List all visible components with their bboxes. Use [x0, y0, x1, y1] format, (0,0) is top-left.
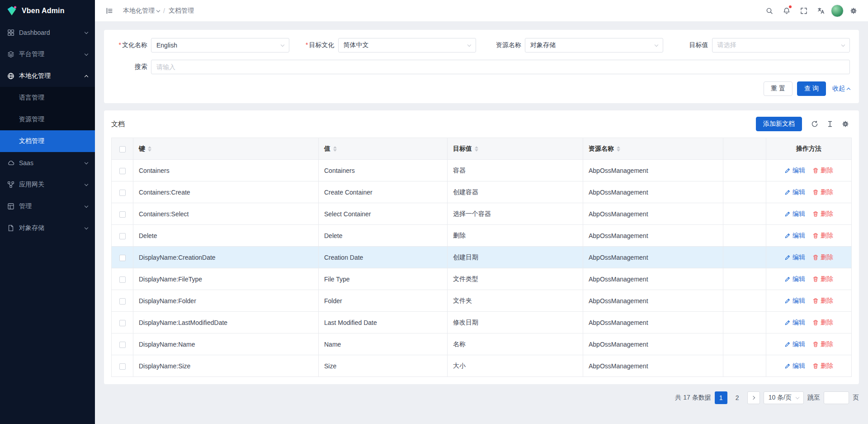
chevron-up-icon [85, 75, 88, 78]
row-height-button[interactable] [824, 118, 836, 130]
sidebar-item-object-storage[interactable]: 对象存储 [0, 217, 95, 239]
delete-button[interactable]: 删除 [812, 319, 833, 327]
page-size-select[interactable]: 10 条/页 [764, 391, 804, 404]
settings-button[interactable] [846, 4, 861, 18]
culture-name-select[interactable]: English [151, 38, 289, 52]
select-all-checkbox[interactable] [119, 146, 126, 152]
logo[interactable]: Vben Admin [0, 0, 95, 22]
pencil-icon [784, 254, 791, 261]
row-checkbox[interactable] [119, 298, 126, 305]
row-checkbox[interactable] [119, 320, 126, 326]
cell-value: Containers [319, 160, 448, 181]
edit-button[interactable]: 编辑 [784, 319, 805, 327]
add-document-button[interactable]: 添加新文档 [756, 117, 802, 131]
field-resource-name: 资源名称 对象存储 [487, 38, 663, 52]
column-header-target-value[interactable]: 目标值 [448, 138, 583, 160]
sidebar-item-management[interactable]: 管理 [0, 195, 95, 217]
page-button-1[interactable]: 1 [715, 391, 727, 404]
edit-label: 编辑 [793, 362, 805, 370]
edit-button[interactable]: 编辑 [784, 210, 805, 218]
cell-actions: 编辑 删除 [766, 355, 852, 377]
delete-button[interactable]: 删除 [812, 362, 833, 370]
global-search-button[interactable] [762, 4, 777, 18]
column-header-resource-name[interactable]: 资源名称 [583, 138, 723, 160]
page-button-2[interactable]: 2 [731, 391, 744, 404]
sort-icon[interactable] [475, 146, 478, 152]
sidebar-item-gateway[interactable]: 应用网关 [0, 174, 95, 195]
language-switch-button[interactable] [814, 4, 828, 18]
delete-button[interactable]: 删除 [812, 167, 833, 175]
notifications-button[interactable] [779, 4, 794, 18]
chevron-down-icon [85, 160, 88, 164]
sidebar-item-document-management[interactable]: 文档管理 [0, 130, 95, 152]
edit-button[interactable]: 编辑 [784, 232, 805, 240]
sidebar-item-dashboard[interactable]: Dashboard [0, 22, 95, 43]
sort-icon[interactable] [148, 146, 151, 152]
sidebar-item-saas[interactable]: Saas [0, 152, 95, 174]
sidebar-item-label: 平台管理 [19, 50, 80, 58]
fullscreen-button[interactable] [797, 4, 811, 18]
cell-key: Containers [133, 160, 319, 181]
row-checkbox[interactable] [119, 190, 126, 196]
refresh-button[interactable] [808, 118, 821, 130]
edit-button[interactable]: 编辑 [784, 362, 805, 370]
edit-button[interactable]: 编辑 [784, 340, 805, 348]
cell-key: DisplayName:LastModifiedDate [133, 312, 319, 333]
breadcrumb-parent[interactable]: 本地化管理 [123, 7, 160, 15]
cell-value: Select Container [319, 203, 448, 225]
sidebar-item-platform[interactable]: 平台管理 [0, 43, 95, 65]
search-input[interactable] [151, 60, 850, 74]
edit-button[interactable]: 编辑 [784, 188, 805, 196]
cell-key: DisplayName:FileType [133, 268, 319, 290]
edit-button[interactable]: 编辑 [784, 297, 805, 305]
delete-button[interactable]: 删除 [812, 297, 833, 305]
row-checkbox[interactable] [119, 211, 126, 218]
edit-button[interactable]: 编辑 [784, 275, 805, 283]
query-button[interactable]: 查 询 [797, 81, 826, 96]
breadcrumb-parent-label: 本地化管理 [123, 7, 155, 15]
table-row: Delete Delete 删除 AbpOssManagement 编辑 [112, 225, 852, 247]
row-checkbox[interactable] [119, 342, 126, 348]
topbar: 本地化管理 / 文档管理 [95, 0, 868, 22]
next-page-button[interactable] [747, 391, 760, 404]
sidebar-item-resource-management[interactable]: 资源管理 [0, 109, 95, 130]
trash-icon [812, 254, 819, 261]
user-avatar[interactable] [831, 5, 844, 17]
resource-name-select[interactable]: 对象存储 [525, 38, 663, 52]
sidebar-item-label: 本地化管理 [19, 72, 80, 80]
trash-icon [812, 363, 819, 369]
sort-icon[interactable] [617, 146, 620, 152]
trash-icon [812, 298, 819, 304]
cell-actions: 编辑 删除 [766, 203, 852, 225]
table-settings-button[interactable] [839, 118, 852, 130]
edit-button[interactable]: 编辑 [784, 253, 805, 262]
row-checkbox[interactable] [119, 233, 126, 239]
target-culture-select[interactable]: 简体中文 [338, 38, 476, 52]
collapse-filter-link[interactable]: 收起 [832, 85, 850, 93]
row-checkbox[interactable] [119, 168, 126, 174]
row-checkbox[interactable] [119, 255, 126, 261]
delete-button[interactable]: 删除 [812, 340, 833, 348]
delete-button[interactable]: 删除 [812, 210, 833, 218]
sidebar-collapse-button[interactable] [102, 4, 117, 18]
delete-button[interactable]: 删除 [812, 253, 833, 262]
row-select-cell [112, 181, 133, 203]
trash-icon [812, 276, 819, 282]
sidebar-item-localization[interactable]: 本地化管理 [0, 65, 95, 87]
delete-button[interactable]: 删除 [812, 232, 833, 240]
delete-button[interactable]: 删除 [812, 275, 833, 283]
sort-icon[interactable] [333, 146, 337, 152]
filter-grid: *文化名称 English *目标文化 简体中文 [113, 38, 850, 52]
column-header-key[interactable]: 键 [133, 138, 319, 160]
target-value-select[interactable]: 请选择 [712, 38, 850, 52]
sidebar-item-language-management[interactable]: 语言管理 [0, 87, 95, 109]
column-header-value[interactable]: 值 [319, 138, 448, 160]
edit-button[interactable]: 编辑 [784, 167, 805, 175]
select-value: 简体中文 [344, 41, 369, 49]
jump-page-input[interactable] [824, 391, 849, 404]
reset-button[interactable]: 重 置 [764, 81, 793, 96]
delete-button[interactable]: 删除 [812, 188, 833, 196]
row-checkbox[interactable] [119, 363, 126, 370]
field-target-value: 目标值 请选择 [674, 38, 850, 52]
row-checkbox[interactable] [119, 276, 126, 283]
